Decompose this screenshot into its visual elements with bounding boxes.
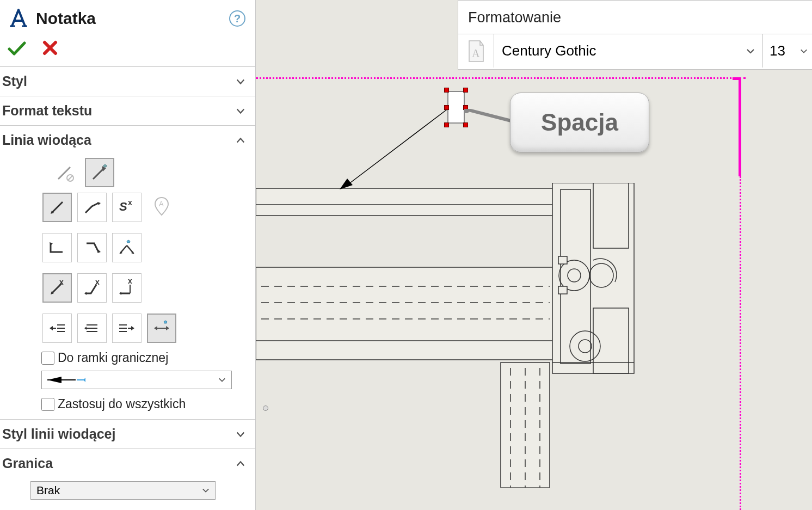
svg-line-4 (52, 202, 63, 213)
svg-rect-46 (256, 188, 555, 216)
svg-marker-43 (47, 377, 61, 383)
svg-line-0 (58, 167, 70, 179)
ok-cancel-row (0, 35, 255, 66)
sheet-border-top (256, 77, 746, 79)
font-family-select[interactable]: Century Gothic (494, 34, 763, 67)
svg-marker-39 (154, 326, 157, 330)
leader-section-body: Sx A x (0, 155, 255, 419)
spline-leader-button[interactable]: Sx (112, 193, 142, 222)
note-a-icon (8, 8, 29, 29)
svg-rect-48 (256, 267, 555, 360)
svg-point-72 (464, 109, 470, 113)
svg-line-71 (464, 109, 511, 121)
cancel-button[interactable] (42, 40, 58, 57)
multi-jog-button[interactable] (112, 233, 142, 262)
bent-leader-button[interactable] (77, 193, 107, 222)
resize-handle[interactable] (444, 105, 449, 110)
svg-marker-19 (84, 292, 87, 295)
sheet-border-right (740, 176, 741, 510)
chevron-down-icon (236, 77, 245, 87)
panel-header: Notatka ? (0, 0, 255, 35)
section-border[interactable]: Granica (0, 448, 255, 478)
svg-text:x: x (128, 198, 132, 207)
balloon-pin-button: A (147, 193, 176, 222)
svg-text:A: A (159, 200, 164, 208)
resize-handle[interactable] (444, 122, 449, 127)
svg-text:x: x (95, 278, 100, 286)
arrow-preview-icon (46, 374, 90, 385)
font-size-select[interactable]: 13 (763, 34, 812, 67)
svg-marker-22 (119, 292, 121, 295)
chevron-up-icon (236, 459, 245, 469)
sheet-border-corner (733, 77, 741, 176)
align-center-button[interactable] (77, 314, 107, 343)
svg-marker-45 (83, 378, 85, 382)
svg-rect-55 (593, 183, 629, 248)
note-edit-box[interactable] (447, 91, 465, 124)
svg-line-69 (347, 107, 451, 185)
section-style[interactable]: Styl (0, 66, 255, 96)
svg-text:x: x (128, 278, 132, 285)
svg-marker-38 (131, 326, 134, 330)
chevron-down-icon (202, 487, 210, 494)
help-button[interactable]: ? (229, 10, 245, 27)
chevron-down-icon (236, 106, 245, 116)
to-bounding-box-checkbox[interactable]: Do ramki granicznej (41, 351, 250, 365)
svg-rect-60 (558, 256, 567, 264)
svg-marker-25 (50, 326, 53, 330)
section-leader-style[interactable]: Styl linii wiodącej (0, 419, 255, 448)
drawing-canvas[interactable]: Spacja (256, 0, 812, 510)
style-doc-button[interactable]: A (458, 34, 494, 67)
straight-x-button[interactable]: x (112, 273, 142, 303)
resize-handle[interactable] (444, 88, 449, 93)
svg-marker-70 (340, 179, 353, 189)
arrow-style-select[interactable] (41, 371, 232, 389)
svg-text:S: S (119, 200, 127, 213)
format-toolbar: Formatowanie A Century Gothic 13 (458, 0, 812, 70)
format-toolbar-title: Formatowanie (458, 1, 812, 34)
svg-marker-41 (166, 326, 169, 330)
drawing-view (256, 183, 669, 488)
section-text-format[interactable]: Format tekstu (0, 96, 255, 125)
svg-text:x: x (59, 278, 64, 286)
leader-auto-button[interactable] (85, 158, 114, 187)
underline-right-button[interactable] (77, 233, 107, 262)
align-right-button[interactable] (112, 314, 142, 343)
svg-rect-61 (558, 286, 567, 294)
bent-x-button[interactable]: x (77, 273, 107, 303)
chevron-down-icon (218, 376, 226, 384)
svg-text:A: A (472, 47, 480, 59)
svg-rect-54 (561, 189, 590, 364)
panel-title: Notatka (36, 9, 96, 28)
leader-off-button (50, 158, 79, 187)
chevron-down-icon (800, 47, 808, 55)
align-left-button[interactable] (42, 314, 72, 343)
chevron-down-icon (236, 429, 245, 439)
svg-marker-33 (84, 327, 87, 330)
resize-handle[interactable] (463, 88, 468, 93)
apply-all-checkbox[interactable]: Zastosuj do wszystkich (41, 397, 250, 411)
straight-leader-button[interactable] (42, 193, 72, 222)
svg-line-3 (93, 168, 104, 179)
svg-line-2 (68, 176, 72, 180)
chevron-down-icon (746, 47, 755, 56)
chevron-up-icon (236, 136, 245, 145)
spacebar-keycap: Spacja (510, 93, 649, 152)
property-panel: Notatka ? Styl Format tekstu Linia wiodą… (0, 0, 256, 510)
section-leader[interactable]: Linia wiodąca (0, 125, 255, 155)
underline-left-button[interactable] (42, 233, 72, 262)
border-type-select[interactable]: Brak (30, 481, 216, 500)
svg-rect-56 (593, 308, 629, 373)
smart-align-button[interactable] (147, 314, 176, 343)
leader-arrow (336, 103, 456, 191)
add-jog-x-button[interactable]: x (42, 273, 72, 303)
ok-button[interactable] (8, 40, 26, 57)
